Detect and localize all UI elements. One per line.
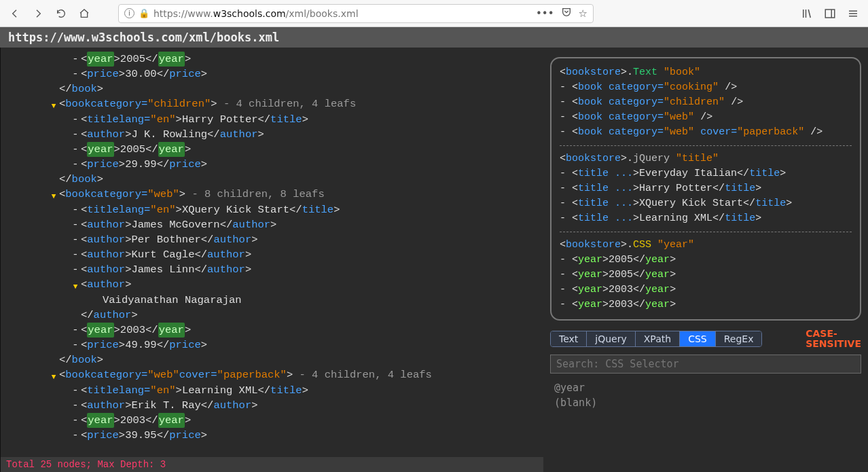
result-line[interactable]: - <title ...>XQuery Kick Start</title> bbox=[560, 196, 852, 211]
result-line[interactable]: - <book category="web" cover="paperback"… bbox=[560, 125, 852, 140]
url-bar[interactable]: i 🔒 https://www.w3schools.com/xml/books.… bbox=[118, 4, 594, 23]
tree-row[interactable]: - <title lang="en">Harry Potter</title> bbox=[5, 112, 539, 127]
search-input[interactable] bbox=[550, 355, 861, 374]
tree-row[interactable]: - <author>J K. Rowling</author> bbox=[5, 127, 539, 142]
result-line[interactable]: - <title ...>Harry Potter</title> bbox=[560, 181, 852, 196]
tab-regex[interactable]: RegEx bbox=[716, 331, 762, 346]
history-entry[interactable]: (blank) bbox=[554, 395, 857, 410]
tree-row[interactable]: - <price>49.99</price> bbox=[5, 338, 539, 352]
tree-row[interactable]: - <author>James McGovern</author> bbox=[5, 217, 539, 232]
result-line[interactable]: - <title ...>Everyday Italian</title> bbox=[560, 166, 852, 181]
tree-row[interactable]: - <author>James Linn</author> bbox=[5, 262, 539, 277]
results-box: <bookstore>.Text "book"- <book category=… bbox=[550, 57, 861, 321]
result-heading: <bookstore>.Text "book" bbox=[560, 65, 852, 80]
tree-row[interactable]: - <author>Erik T. Ray</author> bbox=[5, 398, 539, 413]
tree-row[interactable]: - <year>2003</year> bbox=[5, 413, 539, 428]
site-info-icon[interactable]: i bbox=[124, 8, 134, 18]
tree-row[interactable]: </book> bbox=[5, 352, 539, 367]
nav-reload-button[interactable] bbox=[52, 4, 71, 23]
pocket-icon[interactable] bbox=[561, 7, 572, 20]
tree-row[interactable]: ▼ <author> bbox=[5, 277, 539, 293]
result-line[interactable]: - <year>2005</year> bbox=[560, 253, 852, 268]
result-line[interactable]: - <title ...>Learning XML</title> bbox=[560, 211, 852, 226]
result-line[interactable]: - <year>2005</year> bbox=[560, 268, 852, 283]
more-dots-icon[interactable]: ••• bbox=[536, 7, 554, 20]
result-line[interactable]: - <book category="children" /> bbox=[560, 95, 852, 110]
tree-row[interactable]: - <title lang="en">Learning XML</title> bbox=[5, 383, 539, 398]
tree-row[interactable]: - <year>2003</year> bbox=[5, 323, 539, 338]
result-heading: <bookstore>.jQuery "title" bbox=[560, 151, 852, 166]
tab-xpath[interactable]: XPath bbox=[636, 331, 680, 346]
tree-row[interactable]: - <title lang="en">XQuery Kick Start</ti… bbox=[5, 202, 539, 217]
tree-row[interactable]: - <year>2005</year> bbox=[5, 52, 539, 67]
tree-row[interactable]: ▼ <book category="children"> - 4 childre… bbox=[5, 96, 539, 112]
lock-icon: 🔒 bbox=[139, 8, 149, 18]
tree-row[interactable]: - <author>Per Bothner</author> bbox=[5, 232, 539, 247]
result-line[interactable]: - <book category="cooking" /> bbox=[560, 80, 852, 95]
page-title: https://www.w3schools.com/xml/books.xml bbox=[8, 31, 279, 44]
tree-row[interactable]: </book> bbox=[5, 172, 539, 187]
svg-rect-3 bbox=[825, 10, 835, 18]
tree-row[interactable]: ▼ <book category="web" cover="paperback"… bbox=[5, 367, 539, 383]
result-line[interactable]: - <year>2003</year> bbox=[560, 297, 852, 312]
tree-row[interactable]: - <price>30.00</price> bbox=[5, 67, 539, 81]
tree-row[interactable]: ▼ <book category="web"> - 8 children, 8 … bbox=[5, 187, 539, 202]
nav-back-button[interactable] bbox=[5, 4, 24, 23]
history-entry[interactable]: @year bbox=[554, 380, 857, 395]
tab-text[interactable]: Text bbox=[551, 331, 587, 346]
result-line[interactable]: - <year>2003</year> bbox=[560, 283, 852, 297]
url-text: https://www.w3schools.com/xml/books.xml bbox=[153, 8, 359, 19]
tree-row[interactable]: - <author>Kurt Cagle</author> bbox=[5, 247, 539, 262]
tree-row[interactable]: </author> bbox=[5, 308, 539, 323]
case-sensitive-toggle[interactable]: CASE- SENSITIVE bbox=[806, 329, 861, 349]
result-heading: <bookstore>.CSS "year" bbox=[560, 238, 852, 253]
search-mode-tabs: TextjQueryXPathCSSRegEx bbox=[550, 331, 762, 347]
browser-chrome: i 🔒 https://www.w3schools.com/xml/books.… bbox=[0, 0, 868, 27]
search-history[interactable]: @year(blank) bbox=[550, 378, 861, 413]
svg-line-2 bbox=[808, 10, 810, 18]
tab-css[interactable]: CSS bbox=[680, 331, 716, 346]
tree-row[interactable]: Vaidyanathan Nagarajan bbox=[5, 293, 539, 308]
tree-row[interactable]: - <price>29.99</price> bbox=[5, 157, 539, 172]
result-group: <bookstore>.jQuery "title"- <title ...>E… bbox=[560, 145, 852, 226]
results-pane: <bookstore>.Text "book"- <book category=… bbox=[543, 48, 868, 472]
sidebar-icon[interactable] bbox=[823, 7, 837, 20]
tab-jquery[interactable]: jQuery bbox=[587, 331, 635, 346]
status-bar: Total 25 nodes; Max Depth: 3 bbox=[1, 457, 543, 472]
result-group: <bookstore>.Text "book"- <book category=… bbox=[560, 65, 852, 140]
library-icon[interactable] bbox=[800, 7, 814, 20]
page-title-bar: https://www.w3schools.com/xml/books.xml bbox=[0, 27, 868, 48]
hamburger-menu-icon[interactable] bbox=[846, 7, 860, 20]
tree-row[interactable]: </book> bbox=[5, 81, 539, 96]
tree-row[interactable]: - <year>2005</year> bbox=[5, 142, 539, 157]
tree-row[interactable]: - <price>39.95</price> bbox=[5, 428, 539, 443]
nav-forward-button[interactable] bbox=[29, 4, 48, 23]
nav-home-button[interactable] bbox=[75, 4, 94, 23]
xml-tree-pane[interactable]: - <year>2005</year>- <price>30.00</price… bbox=[0, 48, 543, 472]
result-group: <bookstore>.CSS "year"- <year>2005</year… bbox=[560, 232, 852, 312]
bookmark-star-icon[interactable]: ☆ bbox=[579, 7, 587, 20]
result-line[interactable]: - <book category="web" /> bbox=[560, 110, 852, 125]
